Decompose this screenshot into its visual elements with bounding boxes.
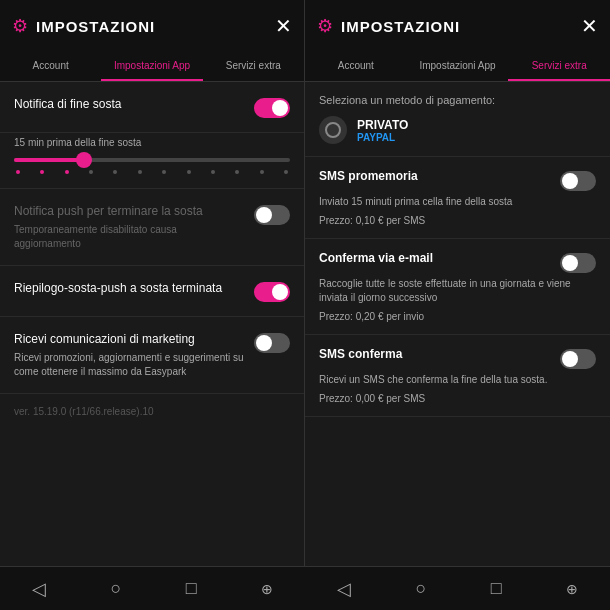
riepilogo-sosta-push-text: Riepilogo-sosta-push a sosta terminata: [14, 280, 246, 300]
slider-track[interactable]: [14, 158, 290, 162]
slider-container: 15 min prima della fine sosta: [0, 133, 304, 189]
settings-icon-right: ⚙: [317, 15, 333, 37]
right-close-button[interactable]: ✕: [581, 16, 598, 36]
notifica-fine-sosta-text: Notifica di fine sosta: [14, 96, 246, 116]
slider-dot-11: [260, 170, 264, 174]
sms-promemoria-price: Prezzo: 0,10 € per SMS: [319, 215, 596, 226]
right-tab-impostazioni-app[interactable]: Impostazioni App: [407, 52, 509, 81]
slider-dot-4: [89, 170, 93, 174]
payment-section-label: Seleziona un metodo di pagamento:: [319, 94, 596, 106]
slider-dot-10: [235, 170, 239, 174]
slider-dots: [14, 170, 290, 174]
notifica-push-terminare-desc: Temporaneamente disabilitato causa aggio…: [14, 223, 246, 251]
slider-label: 15 min prima della fine sosta: [14, 137, 290, 148]
left-tabs: Account Impostazioni App Servizi extra: [0, 52, 304, 82]
slider-dot-2: [40, 170, 44, 174]
conferma-email-item: Conferma via e-mail Raccoglie tutte le s…: [305, 239, 610, 335]
comunicazioni-marketing-toggle[interactable]: [254, 333, 290, 353]
notifica-push-terminare-item: Notifica push per terminare la sosta Tem…: [0, 189, 304, 266]
left-close-button[interactable]: ✕: [275, 16, 292, 36]
payment-section: Seleziona un metodo di pagamento: PRIVAT…: [305, 82, 610, 157]
sms-conferma-header: SMS conferma: [319, 347, 596, 369]
payment-option[interactable]: PRIVATO PAYPAL: [319, 116, 596, 144]
comunicazioni-marketing-desc: Ricevi promozioni, aggiornamenti e sugge…: [14, 351, 246, 379]
payment-sub: PAYPAL: [357, 132, 408, 143]
slider-dot-3: [65, 170, 69, 174]
home-btn-right[interactable]: ○: [407, 574, 434, 603]
download-btn-right[interactable]: ⊕: [558, 577, 586, 601]
toggle-knob-7: [562, 351, 578, 367]
riepilogo-sosta-push-toggle[interactable]: [254, 282, 290, 302]
riepilogo-sosta-push-item: Riepilogo-sosta-push a sosta terminata: [0, 266, 304, 317]
left-tab-impostazioni-app[interactable]: Impostazioni App: [101, 52, 202, 81]
right-tab-servizi-extra[interactable]: Servizi extra: [508, 52, 610, 81]
home-btn-left[interactable]: ○: [102, 574, 129, 603]
notifica-push-terminare-text: Notifica push per terminare la sosta Tem…: [14, 203, 246, 251]
slider-dot-8: [187, 170, 191, 174]
version-text: ver. 15.19.0 (r11/66.release).10: [0, 394, 304, 429]
slider-dot-6: [138, 170, 142, 174]
payment-icon-inner: [325, 122, 341, 138]
sms-promemoria-toggle[interactable]: [560, 171, 596, 191]
sms-conferma-toggle[interactable]: [560, 349, 596, 369]
payment-info: PRIVATO PAYPAL: [357, 118, 408, 143]
sms-conferma-price: Prezzo: 0,00 € per SMS: [319, 393, 596, 404]
left-header-left: ⚙ IMPOSTAZIONI: [12, 15, 155, 37]
comunicazioni-marketing-label: Ricevi comunicazioni di marketing: [14, 331, 246, 348]
conferma-email-toggle[interactable]: [560, 253, 596, 273]
right-header: ⚙ IMPOSTAZIONI ✕: [305, 0, 610, 52]
right-header-left: ⚙ IMPOSTAZIONI: [317, 15, 460, 37]
left-tab-account[interactable]: Account: [0, 52, 101, 81]
notifica-fine-sosta-toggle[interactable]: [254, 98, 290, 118]
toggle-knob: [272, 100, 288, 116]
conferma-email-name: Conferma via e-mail: [319, 251, 433, 265]
notifica-push-terminare-toggle[interactable]: [254, 205, 290, 225]
payment-icon: [319, 116, 347, 144]
right-content: Seleziona un metodo di pagamento: PRIVAT…: [305, 82, 610, 566]
sms-promemoria-item: SMS promemoria Inviato 15 minuti prima c…: [305, 157, 610, 239]
left-tab-servizi-extra[interactable]: Servizi extra: [203, 52, 304, 81]
sms-promemoria-desc: Inviato 15 minuti prima cella fine della…: [319, 195, 596, 209]
sms-promemoria-header: SMS promemoria: [319, 169, 596, 191]
conferma-email-price: Prezzo: 0,20 € per invio: [319, 311, 596, 322]
right-tab-account[interactable]: Account: [305, 52, 407, 81]
nav-bar: ◁ ○ □ ⊕ ◁ ○ □ ⊕: [0, 566, 610, 610]
slider-fill: [14, 158, 83, 162]
conferma-email-header: Conferma via e-mail: [319, 251, 596, 273]
toggle-knob-3: [272, 284, 288, 300]
sms-conferma-item: SMS conferma Ricevi un SMS che conferma …: [305, 335, 610, 417]
slider-dot-7: [162, 170, 166, 174]
payment-name: PRIVATO: [357, 118, 408, 132]
slider-dot-5: [113, 170, 117, 174]
back-btn-left[interactable]: ◁: [24, 574, 54, 604]
left-header-title: IMPOSTAZIONI: [36, 18, 155, 35]
sms-conferma-desc: Ricevi un SMS che conferma la fine della…: [319, 373, 596, 387]
comunicazioni-marketing-text: Ricevi comunicazioni di marketing Ricevi…: [14, 331, 246, 379]
notifica-fine-sosta-item: Notifica di fine sosta: [0, 82, 304, 133]
back-btn-right[interactable]: ◁: [329, 574, 359, 604]
toggle-knob-2: [256, 207, 272, 223]
sms-conferma-name: SMS conferma: [319, 347, 402, 361]
right-tabs: Account Impostazioni App Servizi extra: [305, 52, 610, 82]
notifica-push-terminare-label: Notifica push per terminare la sosta: [14, 203, 246, 220]
left-panel: ⚙ IMPOSTAZIONI ✕ Account Impostazioni Ap…: [0, 0, 305, 566]
right-panel: ⚙ IMPOSTAZIONI ✕ Account Impostazioni Ap…: [305, 0, 610, 566]
left-header: ⚙ IMPOSTAZIONI ✕: [0, 0, 304, 52]
conferma-email-desc: Raccoglie tutte le soste effettuate in u…: [319, 277, 596, 305]
slider-dot-1: [16, 170, 20, 174]
slider-dot-9: [211, 170, 215, 174]
riepilogo-sosta-push-label: Riepilogo-sosta-push a sosta terminata: [14, 280, 246, 297]
left-nav: ◁ ○ □ ⊕: [0, 566, 305, 610]
comunicazioni-marketing-item: Ricevi comunicazioni di marketing Ricevi…: [0, 317, 304, 394]
sms-promemoria-name: SMS promemoria: [319, 169, 418, 183]
notifica-fine-sosta-label: Notifica di fine sosta: [14, 96, 246, 113]
recent-btn-right[interactable]: □: [483, 574, 510, 603]
download-btn-left[interactable]: ⊕: [253, 577, 281, 601]
settings-icon-left: ⚙: [12, 15, 28, 37]
slider-dot-12: [284, 170, 288, 174]
toggle-knob-6: [562, 255, 578, 271]
right-header-title: IMPOSTAZIONI: [341, 18, 460, 35]
right-nav: ◁ ○ □ ⊕: [305, 566, 610, 610]
slider-thumb[interactable]: [76, 152, 92, 168]
recent-btn-left[interactable]: □: [178, 574, 205, 603]
